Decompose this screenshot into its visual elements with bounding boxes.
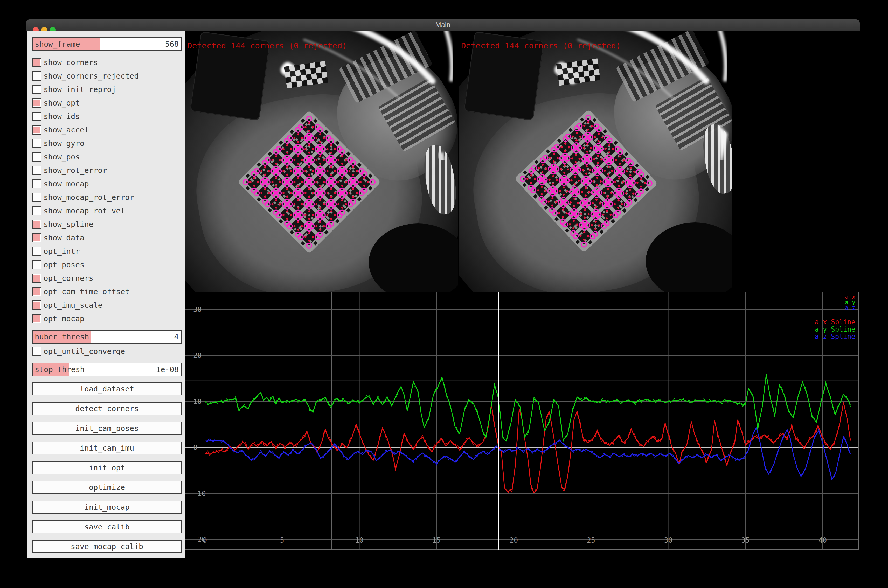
x-tick-label: 40 [819, 536, 827, 544]
checkbox-show_mocap_rot_vel[interactable]: show_mocap_rot_vel [32, 206, 182, 216]
x-tick-label: 0 [203, 536, 207, 544]
checkbox-box[interactable] [32, 287, 42, 296]
slider-value: 4 [174, 330, 179, 343]
checkbox-opt_intr[interactable]: opt_intr [32, 246, 182, 256]
accel-plot[interactable]: 3020100-10-200510152025303540a xa ya za … [185, 292, 859, 550]
legend-spline-entry: a x Spline [814, 318, 855, 326]
legend-data-entry: a z [845, 304, 855, 311]
checkbox-opt_until_converge[interactable]: opt_until_converge [32, 346, 182, 356]
camera-view-1: Detected 144 corners (0 rejected) [185, 31, 458, 292]
checkbox-opt_imu_scale[interactable]: opt_imu_scale [32, 300, 182, 310]
checkbox-label: show_gyro [44, 139, 84, 148]
slider-stop_thresh[interactable]: stop_thresh1e-08 [32, 363, 182, 376]
checkbox-box[interactable] [32, 152, 42, 162]
checkbox-show_corners_rejected[interactable]: show_corners_rejected [32, 71, 182, 81]
checkbox-label: show_pos [44, 152, 80, 162]
checkbox-box[interactable] [32, 125, 42, 135]
x-tick-label: 30 [664, 536, 673, 544]
checkbox-box[interactable] [32, 260, 42, 269]
checkbox-show_gyro[interactable]: show_gyro [32, 139, 182, 148]
legend-spline-entry: a z Spline [814, 333, 855, 340]
checkbox-box[interactable] [32, 273, 42, 283]
checkbox-label: show_mocap_rot_error [44, 193, 134, 202]
slider-label: huber_thresh [35, 330, 89, 343]
camera-view-2: Detected 144 corners (0 rejected) [458, 31, 732, 292]
camera1-detection-status: Detected 144 corners (0 rejected) [187, 41, 347, 50]
checkbox-box[interactable] [32, 139, 42, 148]
checkbox-box[interactable] [32, 166, 42, 175]
checkbox-show_pos[interactable]: show_pos [32, 152, 182, 162]
y-tick-label: -10 [193, 489, 206, 498]
checkbox-box[interactable] [32, 220, 42, 229]
slider-huber_thresh[interactable]: huber_thresh4 [32, 330, 182, 344]
checkbox-box[interactable] [32, 98, 42, 108]
checkbox-show_corners[interactable]: show_corners [32, 58, 182, 67]
checkbox-label: show_spline [44, 220, 93, 229]
slider-value: 1e-08 [156, 363, 179, 376]
y-tick-label: 30 [193, 305, 202, 314]
button-init_mocap[interactable]: init_mocap [32, 501, 182, 514]
slider-show_frame[interactable]: show_frame568 [32, 38, 182, 51]
checkbox-box[interactable] [32, 71, 42, 81]
checkbox-show_data[interactable]: show_data [32, 233, 182, 242]
x-tick-label: 15 [432, 536, 441, 544]
checkbox-box[interactable] [32, 314, 42, 323]
checkbox-box[interactable] [32, 179, 42, 189]
screen: Main show_frame568show_cornersshow_corne… [0, 0, 888, 588]
button-save_mocap_calib[interactable]: save_mocap_calib [32, 540, 182, 553]
y-tick-label: 10 [193, 398, 202, 405]
titlebar[interactable]: Main [26, 20, 860, 31]
checkbox-box[interactable] [32, 233, 42, 242]
y-tick-label: 20 [193, 351, 202, 359]
button-init_cam_imu[interactable]: init_cam_imu [32, 441, 182, 454]
button-optimize[interactable]: optimize [32, 481, 182, 494]
checkbox-label: opt_cam_time_offset [44, 287, 130, 296]
button-init_cam_poses[interactable]: init_cam_poses [32, 422, 182, 435]
slider-label: show_frame [35, 38, 80, 50]
camera2-detection-status: Detected 144 corners (0 rejected) [461, 41, 621, 50]
checkbox-label: show_accel [44, 125, 89, 135]
checkbox-label: show_init_reproj [44, 85, 116, 94]
checkbox-opt_cam_time_offset[interactable]: opt_cam_time_offset [32, 287, 182, 296]
checkbox-show_rot_error[interactable]: show_rot_error [32, 166, 182, 175]
button-detect_corners[interactable]: detect_corners [32, 402, 182, 415]
checkbox-show_mocap[interactable]: show_mocap [32, 179, 182, 189]
checkbox-show_spline[interactable]: show_spline [32, 220, 182, 229]
button-init_opt[interactable]: init_opt [32, 461, 182, 474]
checkbox-opt_mocap[interactable]: opt_mocap [32, 314, 182, 323]
checkbox-box[interactable] [32, 58, 42, 67]
main-window: Main show_frame568show_cornersshow_corne… [26, 20, 860, 559]
checkbox-show_mocap_rot_error[interactable]: show_mocap_rot_error [32, 193, 182, 202]
x-tick-label: 10 [355, 536, 364, 544]
checkbox-box[interactable] [32, 300, 42, 310]
button-load_dataset[interactable]: load_dataset [32, 382, 182, 395]
checkbox-label: show_rot_error [44, 166, 107, 175]
checkbox-label: show_corners [44, 58, 98, 67]
checkbox-show_opt[interactable]: show_opt [32, 98, 182, 108]
x-tick-label: 20 [509, 536, 518, 544]
checkbox-box[interactable] [32, 193, 42, 202]
checkbox-opt_corners[interactable]: opt_corners [32, 273, 182, 283]
checkbox-box[interactable] [32, 85, 42, 94]
legend-spline-entry: a y Spline [814, 326, 855, 333]
checkbox-show_init_reproj[interactable]: show_init_reproj [32, 85, 182, 94]
checkbox-box[interactable] [32, 346, 42, 356]
checkbox-label: show_corners_rejected [44, 71, 139, 81]
checkbox-show_accel[interactable]: show_accel [32, 125, 182, 135]
checkbox-box[interactable] [32, 112, 42, 121]
checkbox-label: opt_mocap [44, 314, 84, 323]
checkbox-label: opt_poses [44, 260, 84, 269]
sidebar: show_frame568show_cornersshow_corners_re… [27, 31, 185, 558]
x-tick-label: 5 [280, 536, 284, 544]
x-tick-label: 35 [741, 536, 750, 544]
button-save_calib[interactable]: save_calib [32, 520, 182, 533]
checkbox-opt_poses[interactable]: opt_poses [32, 260, 182, 269]
x-tick-label: 25 [587, 536, 595, 544]
checkbox-show_ids[interactable]: show_ids [32, 112, 182, 121]
checkbox-box[interactable] [32, 206, 42, 216]
checkbox-label: show_ids [44, 112, 80, 121]
checkbox-label: show_mocap_rot_vel [44, 206, 125, 216]
checkbox-box[interactable] [32, 246, 42, 256]
checkbox-label: opt_corners [44, 273, 93, 283]
checkbox-label: opt_imu_scale [44, 300, 102, 310]
